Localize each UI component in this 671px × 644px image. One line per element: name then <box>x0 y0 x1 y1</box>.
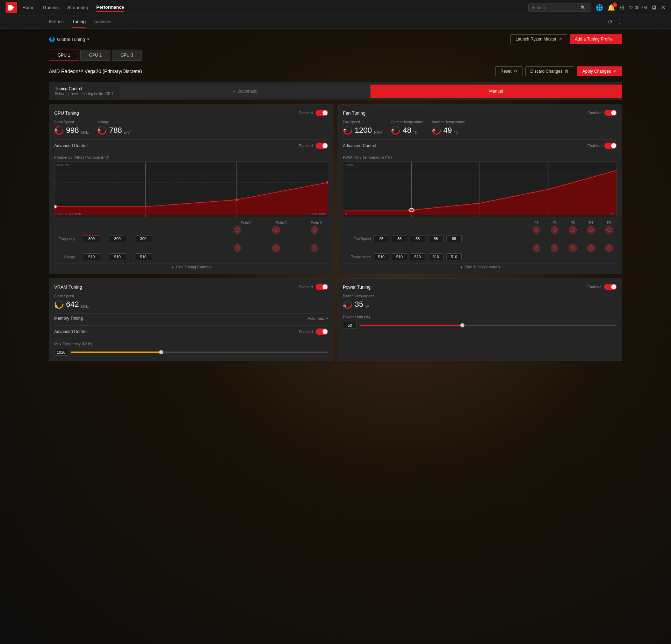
manual-mode-button[interactable]: Manual <box>370 85 622 98</box>
add-tuning-profile-button[interactable]: Add a Tuning Profile + <box>570 34 622 44</box>
svg-point-49 <box>55 305 57 307</box>
gpu-tuning-status-label: Enabled <box>299 111 313 115</box>
temp-p3[interactable] <box>410 253 425 260</box>
vram-tuning-title: VRAM Tuning <box>54 284 82 290</box>
junction-temp-dial <box>432 125 441 135</box>
vram-advanced-toggle[interactable] <box>316 328 328 335</box>
volt-input-3[interactable] <box>135 253 152 260</box>
temp-p2[interactable] <box>392 253 407 260</box>
fan-dial-btn-p4[interactable] <box>587 226 595 234</box>
sub-nav-tuning[interactable]: Tuning <box>72 16 86 28</box>
undo-icon[interactable]: ↺ <box>608 19 612 25</box>
gpu-tuning-toggle[interactable] <box>316 110 328 116</box>
nav-home[interactable]: Home <box>22 3 35 12</box>
gpu-tab-2[interactable]: GPU 2 <box>80 50 110 61</box>
fan-dial-btn-p3[interactable] <box>569 226 577 234</box>
fan-dial-btn-p2[interactable] <box>551 226 558 234</box>
freq-input-1[interactable] <box>83 235 100 242</box>
amd-logo <box>6 2 17 13</box>
fan-tuning-toggle[interactable] <box>604 110 617 116</box>
power-limit-slider-track[interactable] <box>360 325 617 326</box>
more-options-icon[interactable]: ⋮ <box>616 19 622 25</box>
gpu-tab-1[interactable]: GPU 1 <box>49 50 79 61</box>
svg-point-29 <box>433 129 435 131</box>
point-3-header: Point 3 <box>306 221 327 225</box>
fan-advanced-toggle[interactable] <box>604 143 617 149</box>
freq-dial-btn-3[interactable] <box>311 226 318 234</box>
gpu-advanced-toggle[interactable] <box>316 143 328 149</box>
max-freq-value[interactable] <box>54 349 68 356</box>
freq-dials-row <box>54 226 328 234</box>
volt-dial-btn-1[interactable] <box>234 244 241 252</box>
freq-dial-btn-1[interactable] <box>234 226 241 234</box>
fan-advanced-label: Advanced Control <box>343 143 376 148</box>
temp-p4[interactable] <box>428 253 443 260</box>
vram-metrics-row: Clock Speed 642 MHz <box>54 294 328 309</box>
temp-dial-btn-p1[interactable] <box>533 244 540 252</box>
fan-speed-p5[interactable] <box>446 235 462 242</box>
power-consumption-dial <box>343 299 353 309</box>
temp-p5[interactable] <box>446 253 462 260</box>
temp-dial-btn-p2[interactable] <box>551 244 558 252</box>
temp-dial-btn-p5[interactable] <box>605 244 613 252</box>
search-input[interactable] <box>532 5 580 10</box>
fan-chart-y-max: 100% <box>345 163 353 167</box>
global-tuning-selector[interactable]: 🌐 Global Tuning ▾ <box>49 36 89 42</box>
fan-dial-btn-p1[interactable] <box>533 226 540 234</box>
temp-dial-btn-p4[interactable] <box>587 244 595 252</box>
volt-input-1[interactable] <box>83 253 100 260</box>
automatic-mode-button[interactable]: ✓ Automatic <box>119 85 370 98</box>
apply-button[interactable]: Apply Changes ✓ <box>577 66 622 76</box>
memory-timing-select[interactable]: Automatic ▾ <box>308 316 328 321</box>
fan-speed-dial <box>343 125 353 135</box>
nav-performance[interactable]: Performance <box>96 3 124 12</box>
fan-control-points: P1 P2 P3 P4 P5 <box>343 221 617 260</box>
current-temp-metric: Current Temperature 48 °C <box>391 120 423 135</box>
freq-input-2[interactable] <box>109 235 126 242</box>
notifications-icon[interactable]: 🔔 3 <box>607 4 615 12</box>
power-limit-section: Power Limit (%) <box>343 315 617 329</box>
volt-dial-btn-3[interactable] <box>311 244 318 252</box>
fan-tuning-status-label: Enabled <box>587 111 601 115</box>
close-icon[interactable]: ✕ <box>661 4 665 11</box>
max-freq-slider-thumb[interactable] <box>159 350 163 354</box>
display-icon[interactable]: 🖥 <box>651 5 657 11</box>
temp-p1[interactable] <box>374 253 389 260</box>
nav-gaming[interactable]: Gaming <box>43 3 59 12</box>
volt-input-2[interactable] <box>109 253 126 260</box>
power-limit-value[interactable] <box>343 322 357 329</box>
vram-tuning-toggle[interactable] <box>316 284 328 290</box>
fan-speed-p2[interactable] <box>392 235 407 242</box>
launch-ryzen-button[interactable]: Launch Ryzen Master ↗ <box>510 34 567 44</box>
fan-fine-tuning[interactable]: ▲ Fine Tuning Controls <box>343 263 617 269</box>
vram-advanced-status-label: Enabled <box>299 330 313 334</box>
fan-speed-p3[interactable] <box>410 235 425 242</box>
gpu-advanced-label: Advanced Control <box>54 143 87 148</box>
volt-input-col-3 <box>131 253 156 260</box>
settings-icon[interactable]: ⚙ <box>619 4 625 12</box>
reset-button[interactable]: Reset ↺ <box>495 66 522 76</box>
discard-button[interactable]: Discard Changes 🗑 <box>525 66 574 76</box>
sub-nav-advisors[interactable]: Advisors <box>94 16 111 28</box>
volt-dial-btn-2[interactable] <box>272 244 280 252</box>
fan-speed-p4[interactable] <box>428 235 443 242</box>
freq-input-3[interactable] <box>135 235 152 242</box>
power-consumption-value: 35 W <box>343 299 374 309</box>
gpu-tab-3[interactable]: GPU 3 <box>112 50 142 61</box>
power-tuning-toggle[interactable] <box>604 284 617 290</box>
freq-dial-btn-2[interactable] <box>272 226 280 234</box>
search-box[interactable]: 🔍 <box>528 3 591 12</box>
fan-chart-title: PWM (%) / Temperature (°C) <box>343 155 617 159</box>
temp-dial-btn-p3[interactable] <box>569 244 577 252</box>
globe-icon[interactable]: 🌐 <box>596 4 603 12</box>
power-limit-slider-thumb[interactable] <box>460 323 464 327</box>
temp-dial-p1 <box>529 244 544 252</box>
fan-dial-btn-p5[interactable] <box>605 226 613 234</box>
fan-speed-p1[interactable] <box>374 235 389 242</box>
sub-nav-metrics[interactable]: Metrics <box>49 16 64 28</box>
max-freq-slider-track[interactable] <box>71 352 328 353</box>
nav-streaming[interactable]: Streaming <box>67 3 88 12</box>
reset-icon: ↺ <box>514 69 517 74</box>
gpu-fine-tuning[interactable]: ▲ Fine Tuning Controls <box>54 263 328 269</box>
junction-temp-label: Junction Temperature <box>432 120 465 124</box>
